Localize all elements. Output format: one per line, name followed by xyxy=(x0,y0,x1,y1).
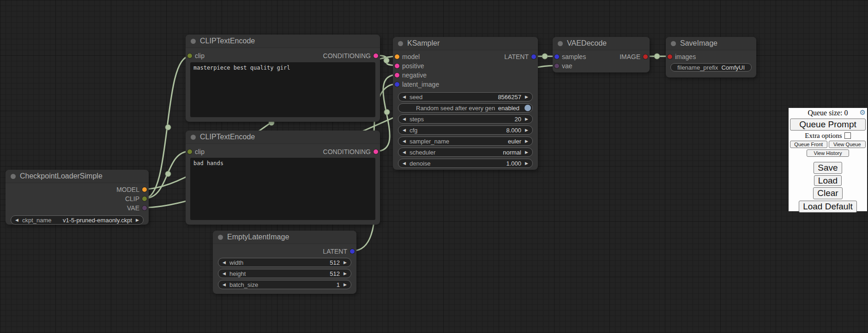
save-button[interactable]: Save xyxy=(814,162,842,174)
widget-label: batch_size xyxy=(229,281,337,288)
widget-value: enabled xyxy=(498,105,519,112)
conditioning-output-port[interactable] xyxy=(374,54,378,58)
view-queue-button[interactable]: View Queue xyxy=(829,141,866,148)
model-output-port[interactable] xyxy=(142,187,147,192)
decrement-arrow-icon[interactable]: ◀ xyxy=(403,95,406,99)
widget-label: sampler_name xyxy=(410,138,508,145)
decrement-arrow-icon[interactable]: ◀ xyxy=(403,161,406,166)
node-title-bar[interactable]: SaveImage xyxy=(666,37,756,50)
increment-arrow-icon[interactable]: ▶ xyxy=(136,218,139,222)
widget-label: ckpt_name xyxy=(22,217,63,224)
width-widget[interactable]: ◀ width 512 ▶ xyxy=(218,258,351,267)
increment-arrow-icon[interactable]: ▶ xyxy=(525,128,528,132)
increment-arrow-icon[interactable]: ▶ xyxy=(525,161,528,166)
collapse-dot-icon[interactable] xyxy=(191,39,196,44)
increment-arrow-icon[interactable]: ▶ xyxy=(344,261,347,265)
node-clip-text-encode-negative[interactable]: CLIPTextEncode clip CONDITIONING bad han… xyxy=(186,131,380,225)
decrement-arrow-icon[interactable]: ◀ xyxy=(223,261,226,265)
decrement-arrow-icon[interactable]: ◀ xyxy=(223,272,226,276)
queue-front-button[interactable]: Queue Front xyxy=(790,141,827,148)
collapse-dot-icon[interactable] xyxy=(671,41,676,46)
node-clip-text-encode-positive[interactable]: CLIPTextEncode clip CONDITIONING masterp… xyxy=(186,35,380,122)
widget-value: 20 xyxy=(515,116,521,123)
view-history-button[interactable]: View History xyxy=(807,149,849,157)
vae-input-port[interactable] xyxy=(555,64,559,68)
node-checkpoint-loader[interactable]: CheckpointLoaderSimple MODEL CLIP VAE ◀ … xyxy=(6,170,149,225)
steps-widget[interactable]: ◀ steps 20 ▶ xyxy=(398,114,533,124)
model-input-port[interactable] xyxy=(395,54,399,59)
widget-value: v1-5-pruned-emaonly.ckpt xyxy=(63,217,132,224)
increment-arrow-icon[interactable]: ▶ xyxy=(344,283,347,287)
collapse-dot-icon[interactable] xyxy=(191,135,196,140)
decrement-arrow-icon[interactable]: ◀ xyxy=(223,283,226,287)
collapse-dot-icon[interactable] xyxy=(218,235,223,240)
load-default-button[interactable]: Load Default xyxy=(799,201,857,213)
toggle-knob-icon[interactable] xyxy=(524,105,531,111)
node-title-bar[interactable]: VAEDecode xyxy=(553,37,650,50)
decrement-arrow-icon[interactable]: ◀ xyxy=(403,128,406,132)
node-ksampler[interactable]: KSampler model LATENT positive negative … xyxy=(393,37,538,170)
decrement-arrow-icon[interactable]: ◀ xyxy=(15,218,18,222)
random-seed-toggle-widget[interactable]: Random seed after every gen enabled xyxy=(398,103,533,113)
increment-arrow-icon[interactable]: ▶ xyxy=(525,139,528,143)
node-title-bar[interactable]: EmptyLatentImage xyxy=(213,231,356,244)
extra-options-checkbox[interactable] xyxy=(844,132,851,139)
input-label-clip: clip xyxy=(195,148,205,155)
seed-widget[interactable]: ◀ seed 8566257 ▶ xyxy=(398,92,533,101)
input-label-images: images xyxy=(675,53,696,60)
node-title-bar[interactable]: CLIPTextEncode xyxy=(186,131,380,144)
denoise-widget[interactable]: ◀ denoise 1.000 ▶ xyxy=(398,159,533,168)
sampler-name-widget[interactable]: ◀ sampler_name euler ▶ xyxy=(398,137,533,146)
output-label-image: IMAGE xyxy=(620,53,640,60)
positive-input-port[interactable] xyxy=(395,64,399,68)
output-label-conditioning: CONDITIONING xyxy=(323,148,371,155)
increment-arrow-icon[interactable]: ▶ xyxy=(525,150,528,155)
conditioning-output-port[interactable] xyxy=(374,149,378,154)
prompt-textarea[interactable]: bad hands xyxy=(190,158,375,220)
node-title-bar[interactable]: CheckpointLoaderSimple xyxy=(6,170,149,183)
latent-output-port[interactable] xyxy=(531,54,536,59)
increment-arrow-icon[interactable]: ▶ xyxy=(344,272,347,276)
prompt-textarea[interactable]: masterpiece best quality girl xyxy=(190,62,375,117)
decrement-arrow-icon[interactable]: ◀ xyxy=(403,139,406,143)
widget-label: width xyxy=(229,259,330,266)
clip-input-port[interactable] xyxy=(187,54,192,58)
widget-value: ComfyUI xyxy=(721,64,745,71)
widget-value: 1.000 xyxy=(506,160,521,167)
widget-value: 8.000 xyxy=(506,127,521,134)
image-output-port[interactable] xyxy=(643,54,648,59)
ckpt-name-widget[interactable]: ◀ ckpt_name v1-5-pruned-emaonly.ckpt ▶ xyxy=(11,215,144,225)
settings-gear-icon[interactable]: ⚙ xyxy=(860,108,866,117)
load-button[interactable]: Load xyxy=(814,175,842,186)
node-title: VAEDecode xyxy=(567,39,607,48)
latent-image-input-port[interactable] xyxy=(395,82,399,87)
collapse-dot-icon[interactable] xyxy=(11,174,16,179)
node-save-image[interactable]: SaveImage images filename_prefix ComfyUI xyxy=(666,37,756,77)
height-widget[interactable]: ◀ height 512 ▶ xyxy=(218,269,351,278)
decrement-arrow-icon[interactable]: ◀ xyxy=(403,150,406,155)
link-midpoint-dot xyxy=(542,54,548,59)
queue-prompt-button[interactable]: Queue Prompt xyxy=(790,119,866,131)
clear-button[interactable]: Clear xyxy=(813,187,842,199)
increment-arrow-icon[interactable]: ▶ xyxy=(525,95,528,99)
filename-prefix-widget[interactable]: filename_prefix ComfyUI xyxy=(670,63,752,71)
negative-input-port[interactable] xyxy=(395,73,399,77)
samples-input-port[interactable] xyxy=(555,54,559,59)
decrement-arrow-icon[interactable]: ◀ xyxy=(403,117,406,121)
node-title-bar[interactable]: KSampler xyxy=(393,37,538,50)
vae-output-port[interactable] xyxy=(142,206,147,210)
collapse-dot-icon[interactable] xyxy=(398,41,403,46)
widget-label: scheduler xyxy=(410,149,503,156)
cfg-widget[interactable]: ◀ cfg 8.000 ▶ xyxy=(398,125,533,135)
batch-size-widget[interactable]: ◀ batch_size 1 ▶ xyxy=(218,280,351,289)
node-empty-latent-image[interactable]: EmptyLatentImage LATENT ◀ width 512 ▶ ◀ … xyxy=(213,231,356,294)
node-vae-decode[interactable]: VAEDecode samples IMAGE vae xyxy=(553,37,650,72)
images-input-port[interactable] xyxy=(668,54,672,59)
collapse-dot-icon[interactable] xyxy=(558,41,563,46)
node-title-bar[interactable]: CLIPTextEncode xyxy=(186,35,380,48)
clip-output-port[interactable] xyxy=(142,196,147,201)
increment-arrow-icon[interactable]: ▶ xyxy=(525,117,528,121)
scheduler-widget[interactable]: ◀ scheduler normal ▶ xyxy=(398,148,533,157)
clip-input-port[interactable] xyxy=(187,149,192,154)
latent-output-port[interactable] xyxy=(350,249,355,254)
